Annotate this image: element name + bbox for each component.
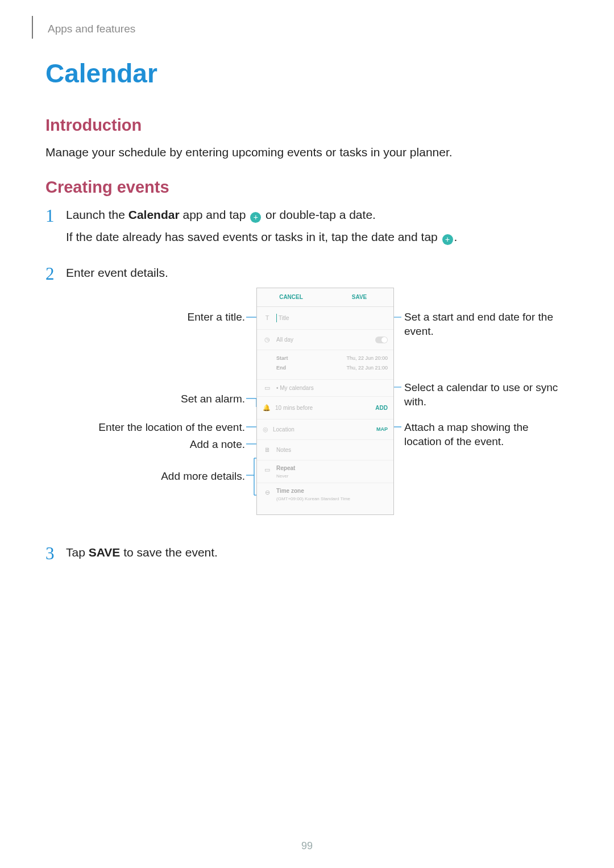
step-1: 1 Launch the Calendar app and tap + or d… — [45, 206, 569, 246]
breadcrumb: Apps and features — [48, 23, 569, 35]
step-number: 2 — [45, 260, 55, 288]
end-label: End — [276, 363, 286, 373]
bell-icon: 🔔 — [263, 404, 271, 411]
callout-title: Enter a title. — [92, 310, 245, 325]
my-calendars-label: • My calendars — [276, 384, 314, 393]
clock-icon: ◷ — [263, 335, 272, 344]
cancel-button[interactable]: CANCEL — [257, 293, 325, 302]
callout-note: Add a note. — [92, 438, 245, 452]
callout-dates: Set a start and end date for the event. — [404, 310, 563, 338]
note-icon: 🗎 — [263, 445, 272, 455]
save-button[interactable]: SAVE — [325, 293, 393, 302]
row-calendar[interactable]: ▭ • My calendars — [257, 380, 393, 397]
event-editor-diagram: Enter a title. Set an alarm. Enter the l… — [92, 288, 563, 526]
title-input[interactable]: Title — [276, 314, 289, 323]
step-text: Tap — [66, 546, 89, 559]
step-text: app and tap — [180, 208, 250, 221]
step-text: Enter event details. — [66, 264, 569, 283]
section-introduction: Introduction — [45, 116, 569, 135]
timezone-icon: ⊖ — [263, 488, 272, 497]
plus-icon: + — [250, 212, 261, 223]
start-label: Start — [276, 354, 288, 363]
row-location[interactable]: ◎Location MAP — [257, 420, 393, 440]
row-notes[interactable]: 🗎 Notes — [257, 440, 393, 460]
all-day-toggle[interactable] — [375, 337, 388, 343]
plus-icon: + — [442, 234, 453, 245]
step-number: 1 — [45, 202, 55, 230]
pin-icon: ◎ — [263, 426, 268, 433]
step-text: to save the event. — [120, 546, 218, 559]
page-number: 99 — [0, 840, 614, 852]
step-text: or double-tap a date. — [262, 208, 376, 221]
step-bold: Calendar — [128, 208, 180, 221]
row-alarm[interactable]: 🔔10 mins before ADD — [257, 397, 393, 420]
repeat-label: Repeat — [276, 464, 388, 473]
row-repeat[interactable]: ▭ Repeat Never — [257, 460, 393, 483]
page-title: Calendar — [45, 58, 569, 89]
phone-top-bar: CANCEL SAVE — [257, 288, 393, 307]
alarm-add-button[interactable]: ADD — [375, 404, 388, 413]
timezone-label: Time zone — [276, 487, 388, 496]
row-dates[interactable]: StartThu, 22 Jun 20:00 EndThu, 22 Jun 21… — [257, 350, 393, 380]
phone-mock: CANCEL SAVE T Title ◷All day StartThu, 2… — [256, 288, 394, 515]
alarm-label: 10 mins before — [275, 405, 313, 411]
timezone-value: (GMT+09:00) Korean Standard Time — [276, 496, 388, 502]
map-button[interactable]: MAP — [376, 426, 388, 434]
callout-calendar: Select a calendar to use or sync with. — [404, 381, 563, 409]
step-number: 3 — [45, 540, 55, 567]
section-creating-events: Creating events — [45, 178, 569, 197]
callout-location: Enter the location of the event. — [92, 421, 245, 435]
row-title: T Title — [257, 307, 393, 330]
repeat-icon: ▭ — [263, 465, 272, 475]
notes-label: Notes — [276, 446, 291, 455]
all-day-label: All day — [276, 335, 293, 344]
step-3: 3 Tap SAVE to save the event. — [45, 543, 569, 562]
callout-map: Attach a map showing the location of the… — [404, 421, 563, 448]
row-all-day: ◷All day — [257, 330, 393, 350]
step-subtext: If the date already has saved events or … — [66, 230, 441, 243]
row-timezone[interactable]: ⊖ Time zone (GMT+09:00) Korean Standard … — [257, 483, 393, 510]
header-rule — [32, 16, 33, 39]
intro-body: Manage your schedule by entering upcomin… — [45, 144, 569, 161]
start-value: Thu, 22 Jun 20:00 — [346, 354, 388, 363]
step-text: Launch the — [66, 208, 128, 221]
location-label: Location — [273, 426, 294, 433]
step-2: 2 Enter event details. Enter a title. Se… — [45, 264, 569, 527]
end-value: Thu, 22 Jun 21:00 — [346, 363, 388, 373]
callout-alarm: Set an alarm. — [92, 392, 245, 406]
repeat-value: Never — [276, 473, 388, 480]
callout-more: Add more details. — [92, 470, 245, 484]
calendar-icon: ▭ — [263, 383, 272, 393]
step-bold: SAVE — [89, 546, 121, 559]
title-icon: T — [263, 313, 272, 323]
step-subtext: . — [454, 230, 458, 243]
